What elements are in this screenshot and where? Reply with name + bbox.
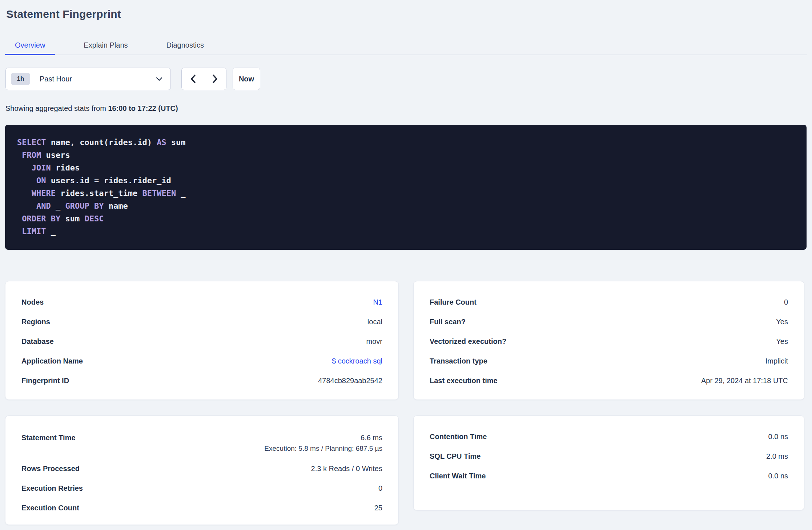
page-title: Statement Fingerprint	[6, 8, 121, 20]
stat-value-wrap: 25	[374, 503, 382, 513]
tab-bar: Overview Explain Plans Diagnostics	[5, 36, 807, 55]
stat-label: Contention Time	[430, 431, 487, 442]
sql-line: AND _ GROUP BY name	[17, 200, 795, 212]
interval-badge: 1h	[11, 73, 30, 85]
stat-value: Apr 29, 2024 at 17:18 UTC	[701, 377, 788, 385]
stat-value-wrap: movr	[366, 336, 382, 346]
stat-row: Vectorized execution?Yes	[430, 332, 788, 351]
stat-value-wrap: Implicit	[765, 356, 788, 366]
card-execution-attributes: Failure Count0Full scan?YesVectorized ex…	[413, 281, 804, 400]
stat-row: Rows Processed2.3 k Reads / 0 Writes	[21, 459, 382, 478]
stat-row: Transaction typeImplicit	[430, 351, 788, 371]
statement-fingerprint-page: { "header": { "title": "Statement Finger…	[0, 0, 812, 530]
stat-value: 0	[378, 484, 382, 492]
stat-label: Fingerprint ID	[21, 376, 69, 386]
stat-label: Failure Count	[430, 297, 477, 307]
tab-explain-plans[interactable]: Explain Plans	[74, 36, 137, 55]
chevron-down-icon	[156, 77, 162, 81]
stat-label: Client Wait Time	[430, 471, 486, 481]
stat-label: Rows Processed	[21, 463, 80, 474]
stat-label: Last execution time	[430, 376, 498, 386]
card-statement-statistics: Statement Time6.6 msExecution: 5.8 ms / …	[5, 415, 399, 525]
card-statement-details: NodesN1RegionslocalDatabasemovrApplicati…	[5, 281, 399, 400]
stat-label: SQL CPU Time	[430, 451, 481, 461]
stat-value-wrap: N1	[373, 297, 382, 307]
stat-value: 2.0 ms	[766, 452, 788, 460]
stat-value-wrap: 2.3 k Reads / 0 Writes	[311, 463, 382, 474]
stat-value-wrap: Yes	[776, 336, 788, 346]
stat-label: Transaction type	[430, 356, 487, 366]
stat-value: 25	[374, 504, 382, 512]
stat-row: Contention Time0.0 ns	[430, 427, 788, 446]
chevron-left-icon	[190, 74, 196, 84]
stat-label: Nodes	[21, 297, 44, 307]
time-step-buttons	[181, 68, 226, 90]
stat-row: Failure Count0	[430, 292, 788, 312]
stat-label: Application Name	[21, 356, 83, 366]
stat-value: 6.6 ms	[361, 434, 382, 442]
stat-value-wrap: $ cockroach sql	[332, 356, 382, 366]
time-controls: 1h Past Hour Now	[5, 68, 260, 90]
sql-line: JOIN rides	[17, 161, 795, 174]
stat-value-wrap: 0.0 ns	[768, 431, 788, 442]
stat-label: Database	[21, 336, 54, 346]
aggregation-note: Showing aggregated stats from 16:00 to 1…	[5, 104, 178, 113]
stat-label: Statement Time	[21, 433, 76, 443]
stat-row: Fingerprint ID4784cb829aab2542	[21, 371, 382, 390]
stat-value: Yes	[776, 337, 788, 345]
stat-label: Execution Retries	[21, 483, 83, 493]
tab-overview[interactable]: Overview	[5, 36, 55, 55]
next-time-button[interactable]	[204, 68, 226, 90]
stat-value-wrap: 0	[784, 297, 788, 307]
stat-row: Application Name$ cockroach sql	[21, 351, 382, 371]
stat-row: Regionslocal	[21, 312, 382, 332]
stat-value-wrap: Yes	[776, 317, 788, 327]
prev-time-button[interactable]	[182, 68, 204, 90]
stat-row: Execution Count25	[21, 498, 382, 518]
sql-line: FROM users	[17, 149, 795, 161]
stat-label: Full scan?	[430, 317, 466, 327]
stat-row: Databasemovr	[21, 332, 382, 351]
stat-value-wrap: Apr 29, 2024 at 17:18 UTC	[701, 376, 788, 386]
stat-value: local	[367, 318, 382, 326]
stat-value: movr	[366, 337, 382, 345]
stat-label: Execution Count	[21, 503, 79, 513]
stat-value: 0.0 ns	[768, 472, 788, 480]
now-button[interactable]: Now	[233, 68, 260, 90]
stat-value-wrap: local	[367, 317, 382, 327]
stat-label: Regions	[21, 317, 50, 327]
stat-value: Implicit	[765, 357, 788, 365]
stat-value-wrap: 0	[378, 483, 382, 493]
stat-value-wrap: 0.0 ns	[768, 471, 788, 481]
stat-row: Execution Retries0	[21, 478, 382, 498]
stat-value-wrap: 6.6 msExecution: 5.8 ms / Planning: 687.…	[264, 433, 382, 453]
aggregation-note-range: 16:00 to 17:22 (UTC)	[108, 104, 178, 112]
stat-value-wrap: 2.0 ms	[766, 451, 788, 461]
stat-row: Full scan?Yes	[430, 312, 788, 332]
sql-statement-box: SELECT name, count(rides.id) AS sum FROM…	[5, 125, 807, 250]
stat-subvalue: Execution: 5.8 ms / Planning: 687.5 µs	[264, 444, 382, 453]
sql-line: SELECT name, count(rides.id) AS sum	[17, 136, 795, 149]
stat-value-link[interactable]: N1	[373, 298, 382, 306]
tab-diagnostics[interactable]: Diagnostics	[157, 36, 214, 55]
stat-row: SQL CPU Time2.0 ms	[430, 446, 788, 466]
aggregation-note-prefix: Showing aggregated stats from	[5, 104, 108, 112]
stat-value-wrap: 4784cb829aab2542	[318, 376, 382, 386]
stat-value: 0.0 ns	[768, 433, 788, 441]
stat-value: 0	[784, 298, 788, 306]
stat-value: Yes	[776, 318, 788, 326]
stat-row: Last execution timeApr 29, 2024 at 17:18…	[430, 371, 788, 390]
sql-line: WHERE rides.start_time BETWEEN _	[17, 187, 795, 200]
stat-value: 4784cb829aab2542	[318, 377, 382, 385]
time-interval-dropdown[interactable]: 1h Past Hour	[5, 68, 171, 90]
sql-line: LIMIT _	[17, 225, 795, 238]
card-timing-statistics: Contention Time0.0 nsSQL CPU Time2.0 msC…	[413, 415, 804, 510]
stat-row: Client Wait Time0.0 ns	[430, 466, 788, 486]
stat-value: 2.3 k Reads / 0 Writes	[311, 465, 382, 473]
time-range-label: Past Hour	[40, 75, 156, 83]
stat-row: Statement Time6.6 msExecution: 5.8 ms / …	[21, 427, 382, 459]
stat-value-link[interactable]: $ cockroach sql	[332, 357, 382, 365]
sql-line: ORDER BY sum DESC	[17, 212, 795, 225]
stat-row: NodesN1	[21, 292, 382, 312]
chevron-right-icon	[212, 74, 218, 84]
